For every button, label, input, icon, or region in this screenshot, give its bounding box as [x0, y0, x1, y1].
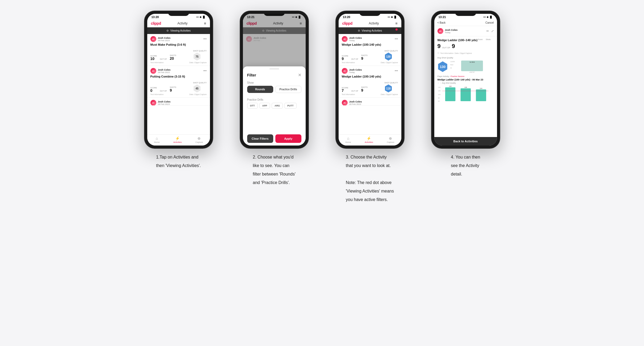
viewing-bar-1[interactable]: ⚙ Viewing Activities [147, 27, 210, 34]
desc-2-line-2: like to see. You can [253, 163, 296, 169]
filter-icon-1: ⚙ [166, 29, 169, 32]
avatar-1-2: JC [150, 68, 156, 74]
drill-app[interactable]: APP [259, 103, 270, 109]
app-header-1: clippd Activity ≡ [147, 20, 210, 27]
desc-1-line-2: then 'Viewing Activities'. [156, 163, 201, 169]
activity-card-1-1[interactable]: JC Josh Coles 28 Feb 2023 ••• Must Make … [147, 34, 210, 66]
step-description-1: 1.Tap on Activities and then 'Viewing Ac… [156, 154, 201, 171]
user-date-3-2: Today [349, 71, 362, 74]
phone-4: 13:21 ▪▪▪ ◈ ▐▌ < Back Cancel JC [431, 11, 500, 149]
svg-text:100: 100 [438, 94, 440, 95]
modal-show-section: Show Rounds Practice Drills [243, 80, 306, 95]
sq-badge-1-2: 45 [193, 84, 201, 92]
status-time-3: 13:20 [343, 15, 350, 19]
modal-handle [270, 69, 279, 69]
signal-icon-3: ▪▪▪ [388, 16, 390, 18]
cancel-btn-4[interactable]: Cancel [485, 21, 494, 24]
activity-card-3-2[interactable]: JC Josh Coles Today ••• Wedge Ladder (10… [339, 66, 401, 98]
user-info-3-3: JC Josh Coles 28 Feb 2023 [342, 100, 362, 106]
info-right-3-2: Data: Clippd Capture [381, 93, 398, 95]
signal-icon-4: ▪▪▪ [483, 16, 486, 18]
avg-quality-row-4: 130 100 50 0 [437, 60, 494, 73]
status-icons-4: ▪▪▪ ◈ ▐▌ [483, 16, 493, 18]
wifi-icon: ◈ [200, 16, 201, 18]
page-container: 13:20 ▪▪▪ ◈ ▐▌ clippd Activity ≡ ⚙ Vie [136, 11, 508, 205]
more-dots-1-2[interactable]: ••• [203, 69, 207, 73]
hamburger-icon-3[interactable]: ≡ [395, 21, 397, 25]
home-icon-1: ⌂ [156, 136, 158, 140]
info-left-3-2: Test Information [342, 93, 355, 95]
app-header-3: clippd Activity ≡ [339, 20, 401, 27]
cards-container-3: JC Josh Coles Today ••• Wedge Ladder (10… [339, 34, 401, 134]
nav-activities-1[interactable]: ⚡ Activities [173, 136, 182, 143]
desc-3-line-2: that you want to look at. [346, 163, 394, 169]
apply-btn[interactable]: Apply [275, 134, 301, 143]
viewing-bar-3[interactable]: ⚙ Viewing Activities [339, 27, 401, 34]
more-dots-1-1[interactable]: ••• [203, 37, 207, 41]
activity-card-3-3: JC Josh Coles 28 Feb 2023 [339, 98, 401, 106]
drill-arg[interactable]: ARG [272, 103, 283, 109]
red-dot-3 [395, 28, 398, 31]
card-header-1-2: JC Josh Coles 28 Feb 2023 ••• [150, 68, 207, 74]
step-description-3: 3. Choose the Activity that you want to … [346, 154, 394, 205]
desc-3-line-4: Note: The red dot above [346, 180, 394, 186]
activity-name-1-1: Must Make Putting (3-6 ft) [150, 43, 207, 46]
user-name-1-3: Josh Coles [158, 100, 171, 103]
nav-activities-3[interactable]: ⚡ Activities [365, 136, 373, 143]
activity-name-1-2: Putting Combine (3-15 ft) [150, 75, 207, 78]
nav-home-3[interactable]: ⌂ Home [345, 136, 351, 143]
activities-icon-1: ⚡ [175, 136, 180, 140]
desc-4-line-2: see the Activity [451, 163, 480, 169]
back-btn-4[interactable]: < Back [437, 21, 446, 24]
step-description-2: 2. Choose what you'd like to see. You ca… [253, 154, 296, 188]
header-title-3: Activity [369, 22, 379, 25]
capture-text-4: Data: Clippd Capture [454, 52, 472, 54]
svg-text:0: 0 [450, 67, 452, 69]
drill-putt[interactable]: PUTT [284, 103, 297, 109]
hamburger-icon-1[interactable]: ≡ [204, 21, 206, 25]
shots-val-1-1: 20 [170, 56, 176, 61]
logo-3: clippd [342, 21, 352, 25]
desc-3-line-6: you have active filters. [346, 197, 394, 203]
avatar-3-3: JC [342, 100, 348, 106]
phone-2: 13:21 ▪▪▪ ◈ ▐▌ clippd Activity ≡ ⚙ Vie [240, 11, 309, 149]
score-col-label-4: Score [478, 39, 483, 40]
practice-session-link-4[interactable]: Practice Session [451, 75, 464, 77]
info-row-1-2: Test Information Data: Clippd Capture [150, 93, 207, 95]
activity-card-3-1[interactable]: JC Josh Coles Today ••• Wedge Ladder (10… [339, 34, 401, 66]
back-to-activities-btn-4[interactable]: Back to Activities [434, 137, 497, 146]
detail-score-row-4: 9 OUT OF 9 [437, 43, 494, 50]
drill-ott[interactable]: OTT [247, 103, 258, 109]
nav-capture-3[interactable]: ⊕ Capture [387, 136, 394, 143]
practice-drills-toggle-btn[interactable]: Practice Drills [275, 86, 301, 93]
clear-filters-btn[interactable]: Clear Filters [247, 134, 273, 143]
avatar-3-2: JC [342, 68, 348, 74]
user-info-3-2: JC Josh Coles Today [342, 68, 362, 74]
nav-home-1[interactable]: ⌂ Home [154, 136, 159, 143]
svg-rect-14 [460, 88, 471, 101]
expand-icon-4[interactable]: ⤢ [491, 29, 494, 33]
detail-title-row-4: Wedge Ladder (100–140 yds) Score Shots [437, 39, 494, 42]
edit-icon-4[interactable]: ✏ [486, 29, 489, 33]
outof-text-4: OUT OF [442, 46, 450, 49]
activity-card-1-2[interactable]: JC Josh Coles 28 Feb 2023 ••• Putting Co… [147, 66, 210, 98]
more-dots-3-2[interactable]: ••• [395, 69, 398, 73]
phone-3: 13:20 ▪▪▪ ◈ ▐▌ clippd Activity ≡ ⚙ Vie [335, 11, 405, 149]
phone-3-inner: 13:20 ▪▪▪ ◈ ▐▌ clippd Activity ≡ ⚙ Vie [339, 14, 401, 146]
step-1-column: 13:20 ▪▪▪ ◈ ▐▌ clippd Activity ≡ ⚙ Vie [136, 11, 221, 205]
modal-close-btn[interactable]: ✕ [298, 72, 301, 78]
capture-icon-1: ⊕ [197, 136, 201, 140]
desc-2-line-4: and 'Practice Drills'. [253, 180, 296, 186]
nav-capture-1[interactable]: ⊕ Capture [195, 136, 203, 143]
notch-3 [359, 11, 381, 16]
more-dots-3-1[interactable]: ••• [395, 37, 398, 41]
outof-text-3-2: OUT OF [351, 90, 358, 92]
notch-1 [168, 11, 189, 16]
rounds-toggle-btn[interactable]: Rounds [247, 86, 273, 93]
modal-drills-section: Practice Drills OTT APP ARG PUTT [243, 97, 306, 110]
user-name-3-2: Josh Coles [349, 69, 362, 71]
shots-label-1-2: Shots [170, 86, 176, 88]
viewing-bar-text-3: Viewing Activities [362, 29, 382, 32]
battery-icon: ▐▌ [202, 16, 206, 18]
big-outof-4: 9 [452, 43, 455, 50]
